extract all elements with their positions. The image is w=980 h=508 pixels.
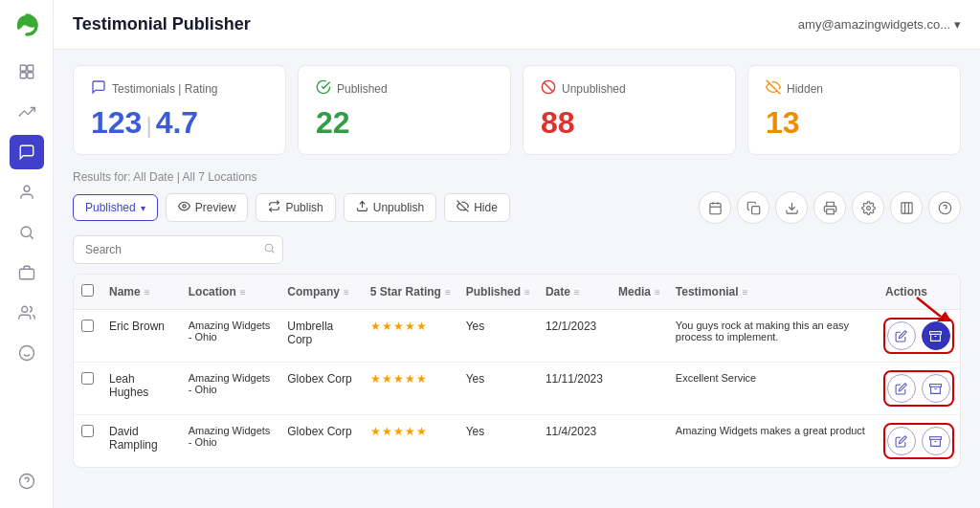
cell-company-1: Umbrella Corp	[279, 310, 363, 363]
cell-testimonial-1: You guys rock at making this an easy pro…	[668, 310, 878, 363]
settings-button[interactable]	[852, 191, 884, 224]
calendar-button[interactable]	[699, 191, 731, 224]
stat-value-rating: 4.7	[156, 105, 198, 141]
stat-value-hidden: 13	[766, 105, 800, 140]
toolbar: Published ▾ Preview Publish	[73, 191, 961, 224]
svg-rect-36	[930, 331, 942, 334]
cell-published-3: Yes	[458, 415, 538, 468]
row-checkbox-2[interactable]	[81, 372, 94, 385]
table-row: Leah Hughes Amazing Widgets - Ohio Globe…	[74, 363, 960, 415]
filter-text: Results for: All Date | All 7 Locations	[73, 170, 961, 184]
svg-line-33	[272, 251, 274, 253]
edit-button-1[interactable]	[887, 321, 916, 350]
sort-icon-name[interactable]: ≡	[145, 287, 150, 298]
sidebar-item-users[interactable]	[10, 175, 44, 210]
table-row: David Rampling Amazing Widgets - Ohio Gl…	[74, 415, 960, 468]
columns-button[interactable]	[890, 191, 923, 224]
cell-location-1: Amazing Widgets - Ohio	[181, 310, 280, 363]
col-header-actions: Actions	[878, 275, 960, 310]
select-all-checkbox[interactable]	[81, 284, 94, 297]
preview-button[interactable]: Preview	[166, 193, 249, 222]
sort-icon-location[interactable]: ≡	[240, 287, 246, 298]
cell-actions-3	[878, 415, 960, 468]
table-header-row: Name ≡ Location ≡ Compan	[74, 275, 960, 310]
svg-rect-25	[826, 209, 834, 213]
cell-rating-2: ★★★★★	[363, 363, 458, 415]
sidebar-item-testimonials[interactable]	[10, 135, 44, 169]
svg-line-6	[30, 235, 33, 238]
sidebar-item-people[interactable]	[10, 296, 44, 330]
archive-button-2[interactable]	[922, 374, 950, 403]
svg-rect-38	[930, 384, 942, 387]
stat-label-unpublished: Unpublished	[562, 82, 626, 96]
cell-published-2: Yes	[458, 363, 538, 415]
published-filter-button[interactable]: Published ▾	[73, 194, 158, 221]
download-button[interactable]	[775, 191, 808, 224]
sort-icon-media[interactable]: ≡	[655, 287, 660, 298]
sidebar-item-briefcase[interactable]	[10, 255, 44, 290]
hide-icon	[457, 200, 469, 215]
published-filter-label: Published	[85, 201, 136, 214]
cell-date-1: 12/1/2023	[538, 310, 611, 363]
sidebar-item-analytics[interactable]	[10, 95, 44, 129]
publish-button[interactable]: Publish	[256, 193, 335, 222]
stat-card-published: Published 22	[298, 65, 511, 155]
publish-label: Publish	[285, 201, 323, 214]
sidebar-item-rocket[interactable]	[10, 336, 44, 370]
stat-label-testimonials: Testimonials | Rating	[112, 82, 218, 96]
sidebar-item-help[interactable]	[10, 464, 44, 498]
svg-rect-3	[27, 73, 33, 78]
cell-company-3: Globex Corp	[279, 415, 363, 468]
svg-point-8	[21, 306, 27, 312]
cell-rating-3: ★★★★★	[363, 415, 458, 468]
edit-button-3[interactable]	[887, 427, 916, 455]
svg-point-16	[183, 205, 186, 208]
svg-point-26	[866, 206, 870, 210]
user-menu[interactable]: amy@amazingwidgets.co... ▾	[798, 17, 961, 32]
row-checkbox-3[interactable]	[81, 425, 94, 437]
unpublish-button[interactable]: Unpublish	[344, 193, 436, 222]
sort-icon-published[interactable]: ≡	[524, 287, 530, 298]
svg-line-14	[544, 82, 552, 91]
hide-label: Hide	[474, 201, 498, 214]
sort-icon-rating[interactable]: ≡	[445, 287, 451, 298]
preview-icon	[178, 200, 190, 215]
cell-actions-1	[878, 310, 960, 363]
page-content: Testimonials | Rating 123 | 4.7 Publishe…	[54, 50, 980, 508]
row-checkbox-1[interactable]	[81, 320, 94, 332]
chevron-down-icon: ▾	[954, 17, 961, 32]
cell-rating-1: ★★★★★	[363, 310, 458, 363]
col-header-media: Media ≡	[611, 275, 668, 310]
col-header-company: Company ≡	[279, 275, 363, 310]
svg-rect-19	[709, 203, 720, 213]
search-input[interactable]	[73, 235, 283, 264]
page-title: Testimonial Publisher	[73, 14, 251, 34]
col-header-rating: 5 Star Rating ≡	[363, 275, 458, 310]
data-table: Name ≡ Location ≡ Compan	[73, 274, 961, 468]
svg-rect-23	[751, 206, 759, 213]
hidden-icon	[766, 79, 781, 98]
print-button[interactable]	[813, 191, 846, 224]
cell-date-3: 11/4/2023	[538, 415, 611, 468]
select-all-header	[74, 275, 101, 310]
logo[interactable]	[11, 10, 42, 43]
sidebar-item-dashboard[interactable]	[10, 55, 44, 89]
main-content: Testimonial Publisher amy@amazingwidgets…	[54, 0, 980, 508]
help-button[interactable]	[928, 191, 961, 224]
col-header-date: Date ≡	[538, 275, 611, 310]
sort-icon-company[interactable]: ≡	[344, 287, 349, 298]
svg-point-30	[939, 202, 951, 214]
hide-button[interactable]: Hide	[444, 193, 510, 222]
stat-label-hidden: Hidden	[787, 82, 823, 96]
sort-icon-date[interactable]: ≡	[574, 287, 580, 298]
svg-rect-0	[20, 65, 26, 71]
edit-button-2[interactable]	[887, 374, 916, 403]
sidebar-item-search[interactable]	[10, 215, 44, 250]
svg-rect-27	[901, 202, 911, 212]
copy-button[interactable]	[737, 191, 769, 224]
sort-icon-testimonial[interactable]: ≡	[743, 287, 748, 298]
archive-button-1[interactable]	[922, 321, 950, 350]
stat-card-hidden: Hidden 13	[747, 65, 961, 155]
archive-button-3[interactable]	[922, 427, 950, 455]
cell-media-2	[611, 363, 668, 415]
